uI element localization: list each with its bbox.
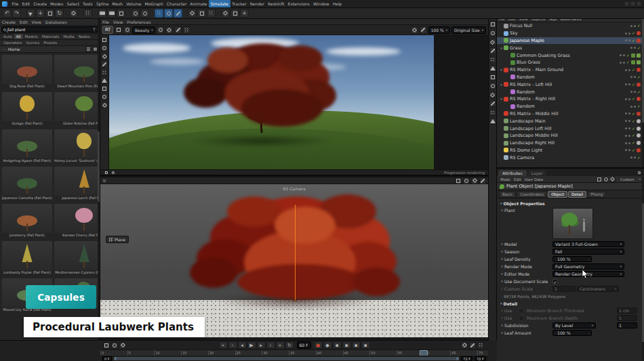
phong-tag[interactable] xyxy=(637,141,641,145)
render-visibility-dot[interactable] xyxy=(634,47,636,49)
pan-tool-icon[interactable] xyxy=(101,77,108,84)
anim-dot[interactable] xyxy=(501,266,503,268)
redshift-tag[interactable] xyxy=(637,39,641,43)
status-icon[interactable] xyxy=(110,170,115,175)
timeline-tick[interactable]: 65 xyxy=(450,350,456,356)
workplane-icon[interactable] xyxy=(230,9,239,18)
goto-start-button[interactable]: « xyxy=(219,341,228,349)
place-tool-chip[interactable]: Place xyxy=(106,236,129,243)
filter-tab-nodes[interactable]: Nodes xyxy=(77,34,92,39)
timeline-playhead[interactable] xyxy=(420,350,428,356)
last-tool-icon[interactable] xyxy=(69,9,78,18)
timeline-tick[interactable]: 10 xyxy=(154,350,159,356)
simulate-balloon-icon[interactable] xyxy=(164,9,173,18)
key-parameter-button[interactable]: ▪ xyxy=(361,341,370,349)
info-icon[interactable] xyxy=(101,85,108,92)
editor-visibility-dot[interactable] xyxy=(625,39,627,41)
menu-window[interactable]: Window xyxy=(312,0,331,7)
quantize-icon[interactable] xyxy=(489,109,496,116)
sound-icon[interactable] xyxy=(469,342,476,349)
render-queue-icon[interactable] xyxy=(117,9,125,18)
detail-field[interactable]: 1 cm xyxy=(617,307,637,314)
editor-visibility-dot[interactable] xyxy=(620,62,622,64)
section-header[interactable]: ▾Object Properties xyxy=(497,200,644,207)
menu-volume[interactable]: Volume xyxy=(125,0,143,7)
asset-item[interactable]: Lombardy Poplar (Fall Plant) xyxy=(1,240,53,277)
zoom-dropdown[interactable]: 100 %▾ xyxy=(428,26,450,34)
volume-icon[interactable] xyxy=(207,9,216,18)
object-row[interactable]: RS Matrix - Middle Hill✓ xyxy=(497,110,644,118)
asset-item[interactable]: Japanese Camellia (Fall Plant) xyxy=(1,166,53,203)
redshift-tag[interactable] xyxy=(637,68,641,72)
phong-tag[interactable] xyxy=(637,127,641,131)
back-icon[interactable]: ‹ xyxy=(2,47,3,51)
anim-dot[interactable] xyxy=(501,280,503,282)
use-document-scale-checkbox[interactable]: ✓ xyxy=(552,279,558,284)
editor-visibility-dot[interactable] xyxy=(630,91,632,93)
material-icon[interactable] xyxy=(131,9,140,18)
timeline-tick[interactable]: 0 xyxy=(100,350,104,356)
asset-item[interactable]: Honey Locust 'Sunburst' (Fall Plant) xyxy=(54,129,100,165)
ab-compare-icon[interactable] xyxy=(174,26,182,34)
object-row[interactable]: Blue Grass✓ xyxy=(497,59,644,66)
asset-item[interactable]: Japanese Larch (Fall Plant) xyxy=(54,166,100,203)
enable-checkmark[interactable]: ✓ xyxy=(632,68,635,72)
render-view-icon[interactable] xyxy=(98,9,106,18)
custom-scale-field[interactable]: 1 xyxy=(552,286,576,292)
object-row[interactable]: Landscape Left Hill✓ xyxy=(497,125,644,132)
marker-icon[interactable] xyxy=(119,342,126,349)
asset-item[interactable]: Ginkgo (Fall Plant) xyxy=(1,91,53,128)
view-all-icon[interactable] xyxy=(455,177,462,184)
tab-layer[interactable]: Layer xyxy=(527,170,547,176)
coordinate-system-icon[interactable] xyxy=(83,9,92,18)
timeline-tick[interactable]: 25 xyxy=(235,350,241,356)
texture-tag[interactable] xyxy=(637,60,641,64)
attribute-tab-detail[interactable]: Detail xyxy=(568,191,586,198)
live-selection-icon[interactable] xyxy=(26,9,35,18)
menu-simulate[interactable]: Simulate xyxy=(209,0,230,7)
exposure-icon[interactable] xyxy=(101,45,108,51)
asset-item[interactable]: Mediterranean Cypress (Fall Plant) xyxy=(54,240,100,277)
menu-redshift[interactable]: Redshift xyxy=(266,0,286,7)
render-visibility-dot[interactable] xyxy=(628,142,630,144)
record-button[interactable]: ● xyxy=(314,341,323,349)
fields-icon[interactable] xyxy=(197,9,206,18)
editor-visibility-dot[interactable] xyxy=(625,83,627,85)
texture-mode-icon[interactable] xyxy=(489,39,496,45)
render-visibility-dot[interactable] xyxy=(628,112,630,114)
document-end-field[interactable]: 72 F xyxy=(475,356,486,361)
editor-visibility-dot[interactable] xyxy=(625,112,627,114)
enable-checkmark[interactable]: ✓ xyxy=(632,127,635,131)
menu-mograph[interactable]: MoGraph xyxy=(143,0,165,7)
section-header[interactable]: ▾Detail xyxy=(497,300,644,307)
editor-visibility-dot[interactable] xyxy=(630,156,632,158)
render-visibility-dot[interactable] xyxy=(628,39,630,41)
editor-visibility-dot[interactable] xyxy=(630,47,632,49)
enable-checkmark[interactable]: ✓ xyxy=(637,156,641,160)
texture-tag[interactable] xyxy=(631,60,635,64)
history-icon[interactable] xyxy=(637,170,642,175)
previous-key-button[interactable]: ‹ xyxy=(228,341,237,349)
render-preview-icon[interactable] xyxy=(461,342,468,349)
enable-checkmark[interactable]: ✓ xyxy=(632,119,635,123)
snapshot-icon[interactable] xyxy=(183,26,190,34)
menu-edit[interactable]: Edit xyxy=(20,0,32,7)
viewport-solo-icon[interactable] xyxy=(489,91,496,98)
mograph-icon[interactable] xyxy=(188,9,197,18)
axis-icon[interactable]: + xyxy=(240,9,249,18)
tab-attributes[interactable]: Attributes xyxy=(498,170,527,176)
timeline-tick[interactable]: 50 xyxy=(369,350,375,356)
model-dropdown[interactable]: Variant 3 Full-Grown▾ xyxy=(552,241,624,247)
anim-dot[interactable] xyxy=(501,324,503,326)
timeline-tick[interactable]: 5 xyxy=(127,350,131,356)
render-view-menu-file[interactable]: File xyxy=(100,20,111,24)
range-end-field[interactable]: 72 F xyxy=(461,356,472,361)
search-input[interactable] xyxy=(7,27,91,32)
attribute-tab-object[interactable]: Object xyxy=(548,191,567,198)
object-row[interactable]: RS Dome Light✓ xyxy=(497,147,644,154)
app-logo-icon[interactable] xyxy=(2,1,7,7)
object-row[interactable]: Landscape Main✓ xyxy=(497,117,644,125)
attribute-tab-coordinates[interactable]: Coordinates xyxy=(517,191,547,198)
make-editable-icon[interactable] xyxy=(489,21,496,28)
view-split-icon[interactable] xyxy=(463,177,470,184)
